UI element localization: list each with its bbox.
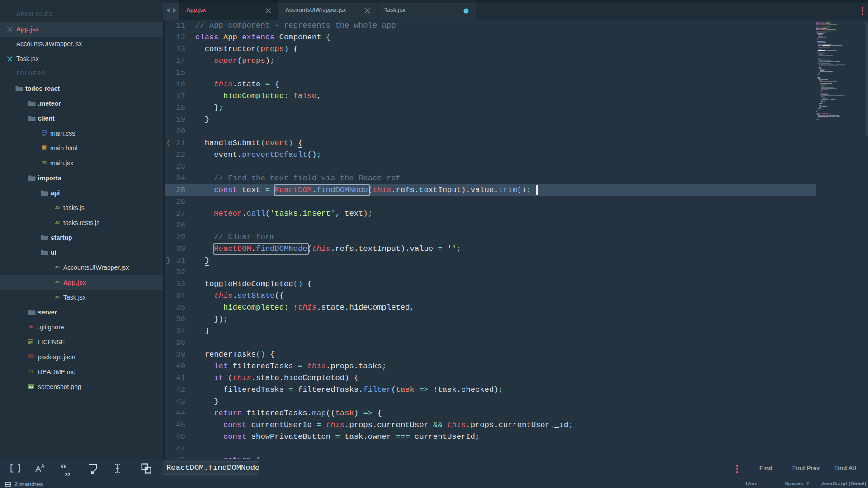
svg-text:A: A xyxy=(35,464,41,474)
svg-text:A: A xyxy=(41,463,45,469)
svg-text:„: „ xyxy=(65,464,70,477)
